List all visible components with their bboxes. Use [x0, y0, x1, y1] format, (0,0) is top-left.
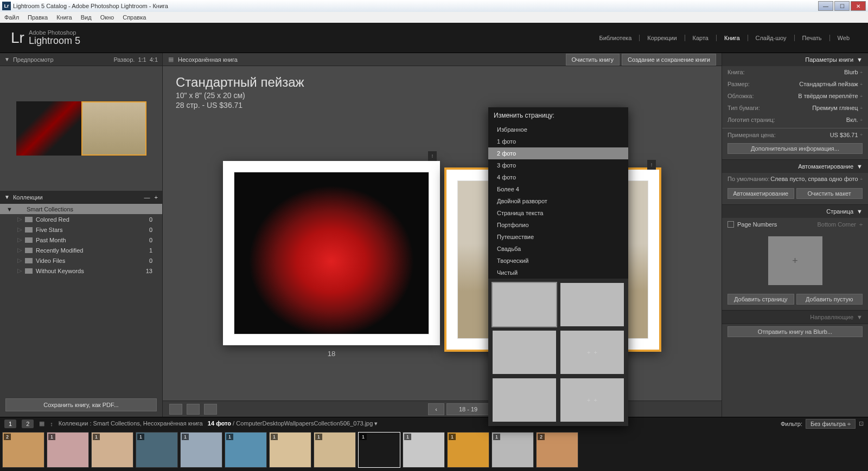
popup-item[interactable]: Избранное [488, 124, 628, 136]
collection-parent[interactable]: ▼ Smart Collections [0, 204, 162, 214]
popup-item[interactable]: 3 фото [488, 159, 628, 171]
filmstrip-thumb[interactable]: 1 [91, 432, 133, 468]
filmstrip-thumb[interactable]: 1 [403, 432, 445, 468]
layout-option-5[interactable] [493, 378, 556, 422]
collections-panel-header[interactable]: ▼ Коллекции — + [0, 191, 162, 204]
source-tab-1[interactable]: 1 [4, 420, 16, 428]
collection-item[interactable]: ▷Five Stars0 [0, 224, 162, 235]
menu-book[interactable]: Книга [56, 14, 72, 21]
filmstrip-thumb[interactable]: 1 [225, 432, 267, 468]
module-Книга[interactable]: Книга [717, 35, 748, 41]
add-blank-button[interactable]: Добавить пустую [796, 294, 863, 305]
filmstrip-thumb[interactable]: 2 [2, 432, 44, 468]
guides-header[interactable]: Направляющие▼ [722, 311, 868, 324]
save-pdf-button[interactable]: Сохранить книгу, как PDF... [5, 398, 157, 411]
menu-edit[interactable]: Правка [28, 14, 48, 21]
setting-row[interactable]: Обложка:В твёрдом переплёте÷ [722, 90, 868, 102]
page-panel-header[interactable]: Страница▼ [722, 205, 868, 218]
clear-layout-button[interactable]: Очистить макет [796, 188, 863, 199]
ratio-1-1[interactable]: 1:1 [138, 56, 146, 63]
view-single-button[interactable] [204, 404, 217, 415]
layout-option-6[interactable]: + + [560, 378, 624, 422]
module-Слайд-шоу[interactable]: Слайд-шоу [748, 35, 795, 41]
preview-panel-header[interactable]: ▼ Предпросмотр Развор. 1:1 4:1 [0, 53, 162, 66]
layout-option-1[interactable] [493, 283, 556, 326]
setting-row[interactable]: Тип бумаги:Премиум глянец÷ [722, 102, 868, 114]
popup-item[interactable]: 1 фото [488, 136, 628, 147]
filmstrip-thumb[interactable]: 1 [447, 432, 489, 468]
popup-item[interactable]: Портфолио [488, 219, 628, 231]
maximize-button[interactable]: ☐ [834, 1, 850, 11]
close-button[interactable]: ✕ [851, 1, 866, 11]
minimize-button[interactable]: — [818, 1, 833, 11]
autolayout-header[interactable]: Автомакетирование▼ [722, 160, 868, 173]
preset-value[interactable]: Слева пусто, справа одно фото [770, 176, 858, 182]
filmstrip-thumb[interactable]: 1 [180, 432, 222, 468]
setting-row[interactable]: Книга:Blurb÷ [722, 66, 868, 78]
module-Web[interactable]: Web [830, 35, 857, 41]
popup-item[interactable]: Более 4 [488, 183, 628, 195]
caret-icon[interactable]: ÷ [860, 132, 863, 137]
popup-item[interactable]: Двойной разворот [488, 195, 628, 207]
collection-add-icon[interactable]: + [155, 194, 158, 201]
sort-icon[interactable]: ↕ [50, 421, 53, 427]
setting-row[interactable]: Размер:Стандартный пейзаж÷ [722, 78, 868, 90]
collapse-icon: ▼ [4, 56, 10, 62]
filmstrip-thumb[interactable]: 1 [269, 432, 311, 468]
breadcrumb[interactable]: Коллекции : Smart Collections, Несохранё… [59, 420, 203, 427]
view-spread-button[interactable] [187, 404, 200, 415]
more-info-button[interactable]: Дополнительная информация... [727, 143, 863, 154]
popup-item[interactable]: Чистый [488, 267, 628, 279]
filmstrip-thumb[interactable]: 1 [314, 432, 356, 468]
collection-item[interactable]: ▷Recently Modified1 [0, 245, 162, 255]
ratio-4-1[interactable]: 4:1 [150, 56, 158, 63]
view-grid-button[interactable] [169, 404, 182, 415]
menu-view[interactable]: Вид [81, 14, 92, 21]
preview-page-right[interactable] [81, 101, 146, 156]
filmstrip-thumb[interactable]: 1 [492, 432, 534, 468]
module-Печать[interactable]: Печать [795, 35, 830, 41]
setting-row[interactable]: Логотип страниц:Вкл.÷ [722, 114, 868, 126]
layout-option-4[interactable]: + + [560, 331, 624, 374]
add-page-button[interactable]: Добавить страницу [727, 294, 794, 305]
prev-page-button[interactable]: ‹ [428, 403, 444, 415]
source-tab-2[interactable]: 2 [22, 420, 34, 428]
popup-item[interactable]: Страница текста [488, 207, 628, 219]
menu-help[interactable]: Справка [123, 14, 146, 21]
filter-dropdown[interactable]: Без фильтра ÷ [806, 419, 856, 429]
collection-item[interactable]: ▷Colored Red0 [0, 214, 162, 224]
popup-item[interactable]: 2 фото [488, 147, 628, 159]
page-numbers-value[interactable]: Bottom Corner [817, 221, 856, 228]
filmstrip-thumb[interactable]: 1 [358, 432, 400, 468]
menu-window[interactable]: Окно [100, 14, 114, 21]
page-numbers-checkbox[interactable] [727, 221, 734, 228]
grid-view-icon[interactable]: ▦ [39, 420, 44, 427]
page-template-preview[interactable]: + [768, 236, 822, 285]
module-Карта[interactable]: Карта [685, 35, 717, 41]
create-save-book-button[interactable]: Создание и сохранение книги [622, 54, 716, 66]
collection-minus-icon[interactable]: — [144, 194, 150, 201]
filmstrip-thumb[interactable]: 2 [536, 432, 578, 468]
module-Библиотека[interactable]: Библиотека [591, 35, 640, 41]
menu-file[interactable]: Файл [4, 14, 19, 21]
collection-item[interactable]: ▷Video Files0 [0, 255, 162, 266]
layout-option-2[interactable] [560, 283, 624, 326]
popup-item[interactable]: Путешествие [488, 231, 628, 243]
ratio-spread[interactable]: Развор. [113, 56, 135, 63]
filmstrip-thumb[interactable]: 1 [136, 432, 178, 468]
page-left[interactable]: ! [223, 161, 440, 345]
collection-item[interactable]: ▷Without Keywords13 [0, 266, 162, 276]
clear-book-button[interactable]: Очистить книгу [566, 54, 620, 66]
popup-item[interactable]: Творческий [488, 255, 628, 267]
preview-page-left[interactable] [16, 101, 81, 156]
collection-item[interactable]: ▷Past Month0 [0, 235, 162, 245]
module-Коррекции[interactable]: Коррекции [640, 35, 685, 41]
filter-lock-icon[interactable]: ⊡ [859, 420, 864, 427]
autolayout-button[interactable]: Автомакетирование [727, 188, 794, 199]
book-settings-header[interactable]: Параметры книги▼ [722, 53, 868, 66]
layout-option-3[interactable] [493, 331, 556, 374]
filmstrip-thumb[interactable]: 1 [47, 432, 89, 468]
popup-item[interactable]: 4 фото [488, 171, 628, 183]
popup-item[interactable]: Свадьба [488, 243, 628, 255]
send-blurb-button[interactable]: Отправить книгу на Blurb... [727, 326, 863, 337]
